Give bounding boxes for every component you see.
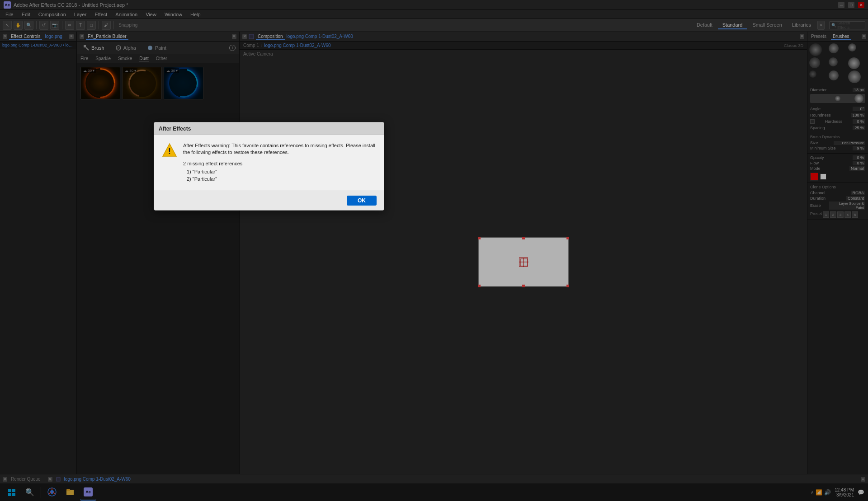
item-1-num: 1) (187, 169, 191, 174)
dialog-titlebar: After Effects (154, 122, 384, 135)
dialog-overlay: After Effects ! After Effects warning: T… (0, 0, 868, 501)
dialog-main-text: After Effects warning: This favorite con… (183, 142, 377, 156)
dialog-title: After Effects (159, 126, 191, 132)
dialog-text: After Effects warning: This favorite con… (183, 142, 377, 183)
warning-icon: ! (161, 142, 178, 159)
dialog-missing-count: 2 missing effect references (183, 161, 377, 166)
dialog-item-2: 2) "Particular" (183, 176, 377, 182)
item-1-val: "Particular" (193, 169, 217, 174)
dialog-item-1: 1) "Particular" (183, 169, 377, 174)
item-2-val: "Particular" (193, 176, 217, 182)
svg-text:!: ! (168, 147, 171, 156)
dialog-body: ! After Effects warning: This favorite c… (154, 135, 384, 191)
dialog-footer: OK (154, 191, 384, 210)
item-2-num: 2) (187, 176, 191, 182)
dialog-box: After Effects ! After Effects warning: T… (154, 122, 384, 211)
ok-button[interactable]: OK (347, 196, 377, 206)
dialog-content: ! After Effects warning: This favorite c… (161, 142, 377, 183)
